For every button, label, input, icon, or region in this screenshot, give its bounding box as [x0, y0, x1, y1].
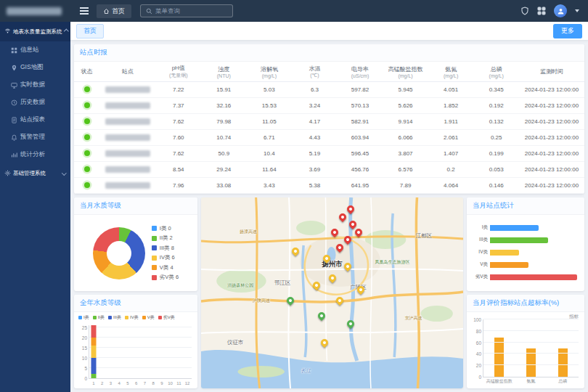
sidebar-item[interactable]: GIS地图 [0, 59, 70, 76]
sidebar-section-base-management[interactable]: 基础管理系统 [0, 163, 70, 183]
sidebar-item[interactable]: 信息站 [0, 41, 70, 59]
time-cell: 2024-01-23 12:00:00 [519, 130, 584, 146]
station-cell [99, 130, 155, 146]
stacked-bar [168, 325, 173, 378]
sidebar-item[interactable]: 站点报表 [0, 111, 70, 128]
station-cell [99, 146, 155, 162]
value-cell: 597.82 [338, 82, 383, 98]
y-tick-label: 20 [471, 363, 481, 368]
value-cell: 570.13 [338, 98, 383, 114]
legend-item[interactable]: II类 2 [152, 234, 179, 242]
legend-item[interactable]: I类 [78, 314, 89, 321]
legend-item[interactable]: III类 [108, 314, 121, 321]
value-cell: 456.76 [338, 162, 383, 178]
legend-item[interactable]: I类 0 [152, 225, 179, 232]
y-tick-label: 100 [471, 317, 481, 322]
report-icon [11, 117, 17, 123]
shield-icon[interactable] [520, 7, 529, 15]
tab-home[interactable]: 首页 [76, 24, 104, 38]
sidebar-menu: 信息站GIS地图实时数据历史数据站点报表预警管理统计分析 [0, 41, 70, 163]
gridline [483, 319, 579, 319]
legend-label: I类 [83, 314, 89, 321]
hamburger-icon[interactable] [76, 4, 92, 17]
table-row[interactable]: 8.5429.2411.643.69456.766.5760.20.053202… [74, 162, 584, 178]
station-name-redacted [105, 102, 150, 109]
column-name: 总磷 [474, 65, 518, 73]
value-cell: 0.25 [473, 130, 519, 146]
value-cell: 3.43 [247, 178, 293, 194]
legend-item[interactable]: IV类 6 [152, 254, 179, 261]
table-row[interactable]: 7.2215.915.036.3597.825.9454.0510.345202… [74, 82, 584, 98]
search-input[interactable] [155, 7, 227, 15]
legend-item[interactable]: V类 4 [152, 264, 179, 271]
value-cell: 9.914 [383, 114, 428, 130]
table-row[interactable]: 7.9633.083.435.38641.957.894.0640.146202… [74, 178, 584, 194]
legend-item[interactable]: V类 [142, 314, 155, 321]
bar [494, 338, 504, 377]
y-tick-label: 5 [77, 365, 87, 370]
legend-label: III类 8 [160, 245, 174, 252]
legend-item[interactable]: II类 [93, 314, 105, 321]
column-header: 溶解氧(mg/L) [247, 62, 293, 82]
sidebar-section-label: 基础管理系统 [13, 170, 46, 177]
value-cell: 7.60 [155, 130, 201, 146]
map-label-park: 凤凰岛生态旅游区 [375, 259, 410, 266]
chevron-down-icon[interactable] [575, 9, 579, 12]
more-button[interactable]: 更多 [553, 24, 582, 38]
value-cell: 3.69 [292, 162, 338, 178]
y-tick-label: 0 [77, 376, 87, 381]
value-cell: 7.96 [155, 178, 201, 194]
table-row[interactable]: 7.6279.9811.054.17582.919.9141.9110.1322… [74, 114, 584, 130]
value-cell: 79.98 [201, 114, 247, 130]
x-tick-label: 4 [118, 381, 120, 385]
legend-item[interactable]: 劣V类 [158, 314, 175, 321]
value-cell: 3.24 [292, 98, 338, 114]
category-label: IV类 [470, 249, 488, 256]
avatar[interactable] [554, 4, 567, 17]
time-cell: 2024-01-23 12:00:00 [519, 146, 584, 162]
column-header: 水温(℃) [292, 62, 338, 82]
sidebar-item[interactable]: 统计分析 [0, 146, 70, 163]
x-tick-label: 高锰酸盐指数 [486, 378, 513, 385]
station-cell [99, 178, 155, 194]
y-tick-label: 0 [471, 375, 481, 380]
bar-segment [91, 325, 96, 338]
map-label-road: 沪陕高速 [253, 298, 270, 304]
sidebar-item[interactable]: 实时数据 [0, 76, 70, 94]
column-unit: (mg/L) [248, 73, 292, 78]
table-row[interactable]: 7.6250.910.45.19596.453.8071.4070.199202… [74, 146, 584, 162]
bar-slot: 高锰酸盐指数 [483, 319, 515, 377]
column-header: pH值(无量纲) [155, 62, 201, 82]
value-cell: 4.43 [292, 130, 338, 146]
value-cell: 596.45 [338, 146, 383, 162]
legend-item[interactable]: 劣V类 6 [152, 274, 179, 281]
monthly-grade-panel: 当月水质等级 I类 0II类 2III类 8IV类 6V类 4劣V类 6 [74, 197, 197, 291]
value-cell: 29.24 [201, 162, 247, 178]
sidebar-item[interactable]: 历史数据 [0, 94, 70, 111]
bar-segment [91, 346, 96, 358]
breadcrumb-home[interactable]: 首页 [97, 4, 131, 18]
station-cell [99, 98, 155, 114]
status-dot-green [84, 86, 90, 92]
value-cell: 7.37 [155, 98, 201, 114]
apps-icon[interactable] [537, 7, 546, 15]
column-name: 浊度 [202, 65, 246, 73]
status-dot-green [84, 118, 90, 124]
app-logo [0, 0, 70, 22]
monthly-station-stats-panel: 当月站点统计 I类III类IV类V类劣V类 [467, 197, 584, 291]
map[interactable]: 扬州市邗江区广陵区江都区仪征市沪陕高速京沪高速扬溧高速润扬森林公园凤凰岛生态旅游… [201, 197, 463, 388]
donut-legend: I类 0II类 2III类 8IV类 6V类 4劣V类 6 [152, 225, 179, 282]
map-label-park: 润扬森林公园 [227, 282, 253, 288]
legend-item[interactable]: III类 8 [152, 245, 179, 252]
panel-title: 当月站点统计 [467, 197, 584, 215]
legend-label: IV类 6 [160, 254, 175, 261]
stacked-bar [91, 325, 96, 378]
legend-item[interactable]: IV类 [125, 314, 139, 321]
sidebar-item[interactable]: 预警管理 [0, 128, 70, 146]
table-row[interactable]: 7.3732.1615.533.24570.135.6261.8520.1922… [74, 98, 584, 114]
menu-search[interactable] [140, 4, 233, 17]
table-row[interactable]: 7.6010.746.714.43603.946.0662.0610.25202… [74, 130, 584, 146]
panel-title: 全年水质等级 [74, 295, 197, 312]
sidebar-section-water-monitoring[interactable]: 地表水质量监测系统 [0, 22, 70, 41]
map-canvas[interactable] [201, 197, 463, 388]
